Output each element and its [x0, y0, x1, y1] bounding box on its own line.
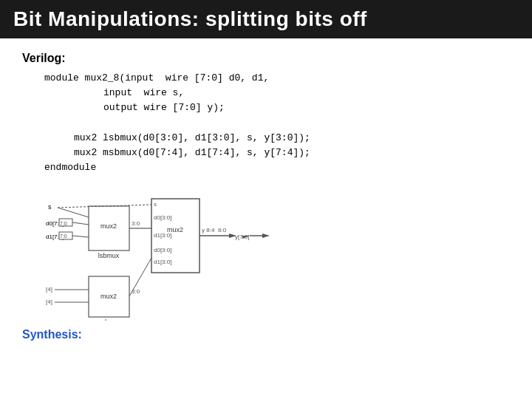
code-line-6: endmodule — [44, 160, 510, 175]
content-area: Verilog: module mux2_8(input wire [7:0] … — [0, 38, 532, 355]
svg-text:y 8:4: y 8:4 — [202, 227, 215, 233]
svg-text:3:0: 3:0 — [132, 288, 140, 295]
code-line-2: input wire s, — [103, 86, 510, 100]
svg-text:s: s — [48, 203, 52, 211]
code-line-3: output wire [7:0] y); — [103, 100, 510, 115]
svg-text:mux2: mux2 — [100, 293, 117, 300]
svg-text:[4]: [4] — [46, 286, 52, 293]
verilog-label: Verilog: — [22, 52, 510, 65]
code-block: module mux2_8(input wire [7:0] d0, d1, i… — [44, 71, 510, 175]
svg-text:d1[3:0]: d1[3:0] — [154, 259, 171, 265]
svg-line-7 — [72, 222, 89, 225]
svg-text:3:0: 3:0 — [132, 220, 140, 227]
svg-text:[4]: [4] — [46, 299, 52, 305]
svg-text:7:0: 7:0 — [60, 233, 67, 239]
svg-text:d1[3:0]: d1[3:0] — [154, 232, 171, 239]
svg-line-11 — [72, 236, 89, 237]
synthesis-label: Synthesis: — [22, 328, 510, 341]
svg-line-3 — [58, 208, 89, 217]
svg-text:d0[3:0]: d0[3:0] — [154, 214, 171, 221]
svg-text:7:0: 7:0 — [60, 221, 67, 226]
svg-text:d0[3:0]: d0[3:0] — [154, 247, 171, 253]
code-line-4: mux2 lsbmux(d0[3:0], d1[3:0], s, y[3:0])… — [74, 131, 510, 146]
svg-text:msbmux: msbmux — [96, 318, 122, 321]
diagram-area: lsbmux s d0[7:0] 7:0 d1[7:0] 7:0 mux2 3:… — [44, 181, 510, 321]
code-line-5: mux2 msbmux(d0[7:4], d1[7:4], s, y[7:4])… — [74, 146, 510, 160]
circuit-diagram: lsbmux s d0[7:0] 7:0 d1[7:0] 7:0 mux2 3:… — [44, 184, 318, 321]
svg-text:mux2: mux2 — [100, 222, 117, 230]
svg-text:y[7:0]: y[7:0] — [235, 233, 250, 240]
svg-text:lsbmux: lsbmux — [98, 252, 120, 259]
page-title: Bit Manipulations: splitting bits off — [0, 0, 532, 38]
svg-text:8:0: 8:0 — [218, 227, 227, 233]
svg-text:s: s — [154, 201, 157, 208]
svg-marker-28 — [262, 233, 270, 238]
code-line-1: module mux2_8(input wire [7:0] d0, d1, — [44, 71, 510, 86]
